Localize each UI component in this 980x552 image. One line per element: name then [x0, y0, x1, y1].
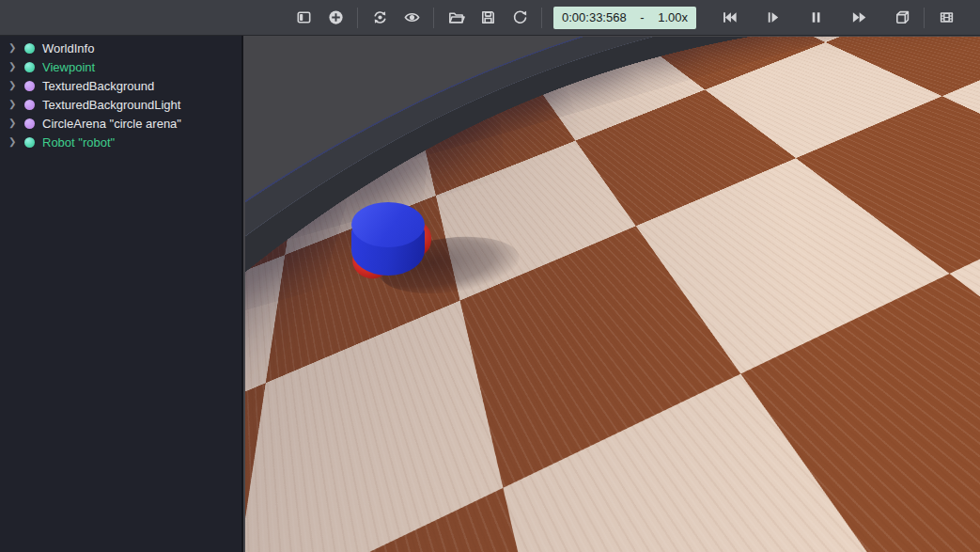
save-world-button[interactable] [472, 4, 504, 32]
3d-viewport[interactable] [245, 37, 980, 552]
expand-chevron-icon[interactable]: ❯ [8, 95, 22, 114]
node-type-icon [24, 62, 35, 72]
expand-chevron-icon[interactable]: ❯ [8, 57, 22, 76]
open-world-button[interactable] [440, 4, 472, 32]
node-type-icon [24, 118, 35, 129]
node-label: Robot "robot" [42, 135, 115, 150]
node-label: CircleArena "circle arena" [42, 117, 181, 131]
movie-recording-button[interactable] [930, 4, 962, 32]
node-type-icon [24, 137, 35, 148]
pause-icon [807, 8, 825, 26]
scene-tree-panel: ❯ WorldInfo ❯ Viewpoint ❯ TexturedBackgr… [0, 36, 243, 552]
folder-open-icon [447, 8, 465, 26]
reload-render-button[interactable] [364, 4, 396, 32]
webots-window: 0:00:33:568 - 1.00x [0, 0, 980, 552]
expand-chevron-icon[interactable]: ❯ [8, 39, 22, 57]
sim-speed-value: 1.00x [658, 10, 688, 24]
sidebar-toggle-icon [295, 8, 313, 26]
arena-floor [245, 37, 980, 193]
node-type-icon [24, 100, 35, 110]
reload-circle-icon [511, 8, 529, 26]
time-dash: - [640, 10, 644, 24]
cube-icon [894, 8, 911, 26]
node-label: Viewpoint [42, 60, 95, 74]
reset-simulation-button[interactable] [504, 4, 536, 32]
toolbar-separator [541, 8, 542, 28]
node-label: WorldInfo [42, 41, 94, 55]
expand-chevron-icon[interactable]: ❯ [8, 114, 22, 133]
scene-tree-item[interactable]: ❯ WorldInfo [0, 39, 241, 57]
scene-tree-item[interactable]: ❯ TexturedBackgroundLight [0, 95, 241, 114]
step-forward-button[interactable] [756, 4, 788, 32]
toggle-scene-tree-button[interactable] [288, 4, 319, 32]
3d-view-button[interactable] [886, 4, 918, 32]
expand-chevron-icon[interactable]: ❯ [8, 133, 22, 151]
skip-back-icon [721, 8, 739, 26]
fast-forward-icon [850, 8, 868, 26]
expand-chevron-icon[interactable]: ❯ [8, 76, 22, 95]
fast-forward-button[interactable] [843, 4, 875, 32]
filmstrip-icon [938, 8, 956, 26]
scene-tree-item[interactable]: ❯ Viewpoint [0, 57, 241, 76]
skip-to-start-button[interactable] [713, 4, 745, 32]
main-toolbar: 0:00:33:568 - 1.00x [0, 0, 980, 36]
arena-wall [245, 37, 980, 166]
pause-button[interactable] [800, 4, 832, 32]
node-type-icon [24, 81, 35, 91]
eye-icon [403, 8, 421, 26]
robot-top-cap [351, 202, 425, 247]
node-label: TexturedBackground [42, 79, 154, 93]
simulation-time-display[interactable]: 0:00:33:568 - 1.00x [553, 7, 696, 29]
scene-tree-item[interactable]: ❯ CircleArena "circle arena" [0, 114, 241, 133]
checkerboard-texture [245, 37, 950, 193]
robot-model [347, 198, 525, 302]
node-type-icon [24, 43, 35, 54]
node-label: TexturedBackgroundLight [42, 98, 180, 112]
floppy-save-icon [479, 8, 497, 26]
step-play-icon [764, 8, 782, 26]
scene-tree-item[interactable]: ❯ Robot "robot" [0, 133, 241, 151]
plus-circle-icon [327, 8, 345, 26]
sim-time-value: 0:00:33:568 [562, 10, 627, 24]
toolbar-separator [924, 8, 925, 28]
toolbar-separator [433, 8, 434, 28]
arena-wall-inner-face [245, 37, 980, 174]
add-node-button[interactable] [319, 4, 351, 32]
toolbar-separator [357, 8, 358, 28]
scene-tree-item[interactable]: ❯ TexturedBackground [0, 76, 241, 95]
sync-arrows-icon [371, 8, 389, 26]
show-view-button[interactable] [396, 4, 428, 32]
